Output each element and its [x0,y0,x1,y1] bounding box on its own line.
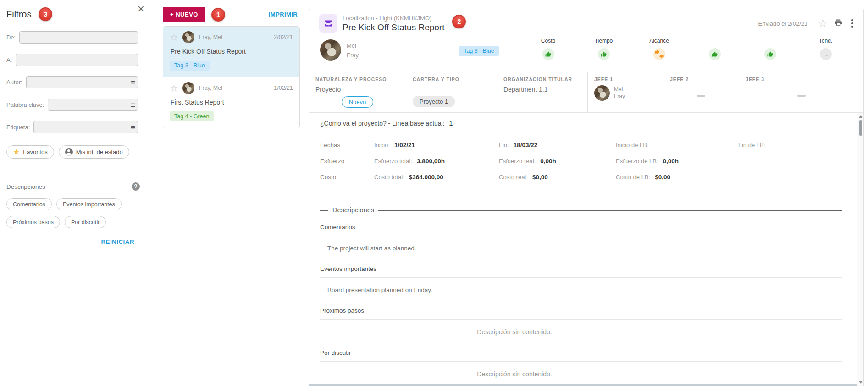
empty-dash-icon [797,95,806,97]
print-icon[interactable] [834,18,843,28]
metric-row-costo: Costo Costo total:$364.000,00 Costo real… [320,169,842,185]
descriptions-divider: Descripciones [320,206,842,214]
description-chip-comentarios[interactable]: Comentarios [6,198,52,210]
report-item-title: Pre Kick Off Status Report [171,48,293,55]
report-item-title: First Status Report [171,99,293,106]
portfolio-chip: Proyecto 1 [413,96,455,107]
description-chip-eventos[interactable]: Eventos importantes [56,198,122,210]
scrollbar-thumb[interactable] [859,120,862,136]
print-link[interactable]: IMPRIMIR [269,11,298,18]
scroll-up-icon[interactable] [859,115,862,118]
favorites-filter-button[interactable]: ★ Favoritos [6,145,54,159]
meta-header: NATURALEZA Y PROCESO [315,77,399,82]
filters-panel: × Filtros 3 De: A: Autor: ≡ Palabra clav… [0,0,150,386]
thumb-up-icon [542,48,554,60]
favorite-star-icon[interactable]: ☆ [170,33,178,42]
jefe-first-name: Mel [614,86,623,93]
kebab-menu-icon[interactable] [850,18,855,28]
reset-filters-link[interactable]: REINICIAR [0,238,134,245]
filter-field-author: Autor: ≡ [6,76,138,88]
avatar [594,85,610,101]
description-section-eventos: Eventos importantes Board presentation p… [320,261,842,303]
description-section-discutir: Por discutir Descripción sin contenido. [320,345,842,386]
report-title: Pre Kick Off Status Report [343,22,444,33]
report-author: Fray, Mel [199,85,222,91]
scroll-down-icon[interactable] [859,381,862,384]
favorites-filter-label: Favoritos [23,149,47,155]
avatar [320,39,341,61]
meta-value: Proyecto [315,86,399,93]
menu-icon[interactable]: ≡ [131,78,135,86]
new-report-button[interactable]: + NUEVO [163,7,205,22]
menu-icon[interactable]: ≡ [131,123,135,131]
my-status-reports-filter-label: Mis inf. de estado [76,149,123,155]
section-title: Por discutir [320,345,842,362]
project-name-label: Localization - Light (KKMHKJMO) [343,15,444,22]
thumb-up-icon [598,48,610,60]
description-chip-discutir[interactable]: Por discutir [65,216,106,228]
kpi-alcance: Alcance [631,38,687,60]
meta-header: JEFE 3 [746,77,857,82]
description-chip-proximos[interactable]: Próximos pasos [6,216,60,228]
status-question-label: ¿Cómo va el proyecto? - Línea base actua… [320,120,445,127]
person-icon [65,148,73,156]
favorite-star-icon[interactable]: ☆ [818,18,827,28]
kpi-alcance-label: Alcance [649,38,669,45]
meta-col-jefe-2: JEFE 2 [663,72,739,112]
author-label: Autor: [6,79,22,86]
filter-field-keyword: Palabra clave: ≡ [6,99,138,111]
date-from-label: De: [6,34,16,41]
tag-badge: Tag 3 - Blue [170,61,210,71]
filters-title: Filtros [6,9,31,20]
tag-badge: Tag 3 - Blue [459,46,499,56]
report-detail-panel: Localization - Light (KKMHKJMO) Pre Kick… [309,9,864,386]
empty-dash-icon [697,95,705,97]
trend-arrow-icon: → [820,48,832,60]
status-badge-nuevo: Nuevo [342,96,374,108]
vertical-scrollbar[interactable] [857,113,863,386]
filter-field-tag: Etiqueta: ≡ [6,121,138,133]
metric-row-fechas: Fechas Inicio:1/02/21 Fin:18/03/22 Inici… [320,137,842,153]
date-to-input[interactable] [16,54,138,66]
thumb-up-icon [764,48,776,60]
favorite-star-icon[interactable]: ☆ [170,83,178,93]
horizontal-scrollbar[interactable] [309,384,857,386]
section-title: Eventos importantes [320,261,842,278]
report-date: 2/02/21 [274,34,293,40]
description-section-proximos: Próximos pasos Descripción sin contenido… [320,303,842,345]
close-icon[interactable]: × [138,3,144,15]
section-title: Comentarios [320,220,842,236]
annotation-badge-3: 3 [39,7,52,21]
filter-field-date-from: De: [6,31,138,44]
kpi-costo-label: Costo [541,38,555,45]
help-icon[interactable]: ? [132,182,140,191]
tag-input[interactable] [33,121,138,133]
descriptions-filter-label: Descripciones [6,183,45,190]
report-list-item[interactable]: ☆ Fray, Mel 1/02/21 First Status Report … [163,77,299,128]
section-content: The project will start as planned. [320,236,842,261]
kpi-extra-2 [742,38,798,60]
avatar [182,82,194,94]
project-icon [319,14,337,33]
section-content: Board presentation planned on Friday. [320,278,842,303]
date-from-input[interactable] [19,31,138,44]
menu-icon[interactable]: ≡ [131,101,135,109]
meta-header: CARTERA Y TIPO [413,77,490,82]
thumbs-mixed-icon [653,48,665,60]
report-list-item[interactable]: ☆ Fray, Mel 2/02/21 Pre Kick Off Status … [163,27,299,77]
date-to-label: A: [6,56,12,63]
kpi-tendencia: Tend. → [798,38,853,60]
keyword-input[interactable] [48,99,138,111]
descriptions-divider-label: Descripciones [332,206,374,214]
sent-date-label: Enviado el 2/02/21 [758,20,808,27]
kpi-tendencia-label: Tend. [819,38,832,45]
meta-col-jefe-1: JEFE 1 Mel Fray [587,72,663,112]
avatar [182,31,194,43]
annotation-badge-1: 1 [211,8,225,22]
meta-col-naturaleza: NATURALEZA Y PROCESO Proyecto Nuevo [309,72,406,112]
kpi-extra-1 [687,38,742,60]
author-input[interactable] [26,76,138,88]
meta-value: Department 1.1 [503,86,581,93]
filter-field-date-to: A: [6,54,138,66]
my-status-reports-filter-button[interactable]: Mis inf. de estado [59,145,129,159]
